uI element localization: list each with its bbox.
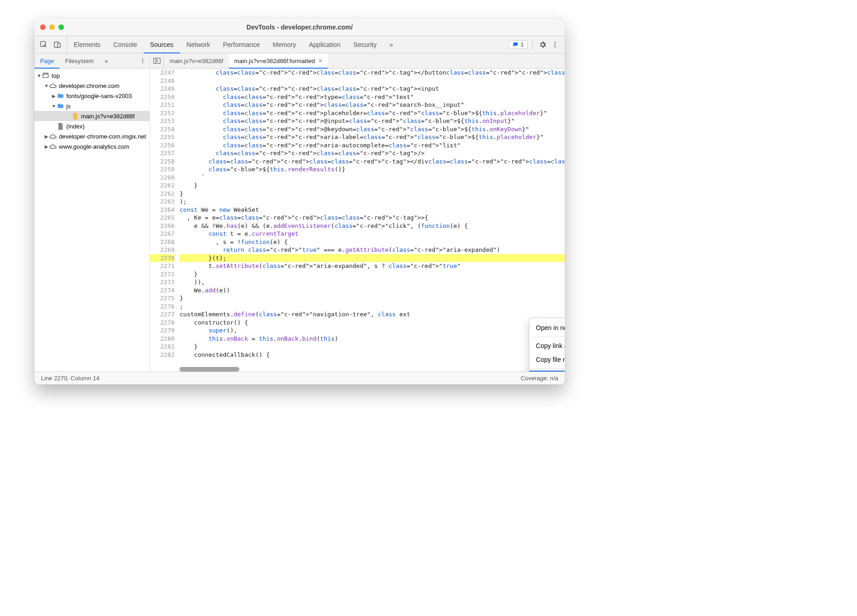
caret-right-icon[interactable]: ▶ [51,93,57,99]
tree-label: fonts/google-sans-v2003 [66,93,132,99]
caret-down-icon[interactable]: ▼ [51,104,57,109]
cloud-icon [49,143,57,150]
tree-domain-developer[interactable]: ▼ developer.chrome.com [35,81,150,91]
status-bar: Line 2270, Column 14 Coverage: n/a [35,372,565,384]
navigator-tab-filesystem[interactable]: Filesystem [59,53,99,68]
context-menu-separator [532,368,565,369]
tree-top[interactable]: ▼ top [35,70,150,81]
navigator-tree[interactable]: ▼ top ▼ developer.chrome.com ▶ fonts/goo… [35,69,150,372]
tree-domain-imgix[interactable]: ▶ developer-chrome-com.imgix.net [35,131,150,141]
source-code[interactable]: class=class="c-red">"c-red">class=class=… [180,69,565,372]
svg-point-3 [555,42,556,43]
file-tab-mainjs[interactable]: main.js?v=e382d86f [164,53,229,68]
folder-icon [57,102,64,110]
tab-console[interactable]: Console [107,36,143,53]
caret-right-icon[interactable]: ▶ [44,144,49,149]
caret-right-icon[interactable]: ▶ [44,134,49,139]
tab-overflow[interactable]: » [383,36,400,53]
svg-rect-9 [43,73,48,78]
zoom-window-button[interactable] [58,24,64,30]
line-number-gutter[interactable]: 2247224822492250225122522253225422552256… [150,69,180,372]
tree-label: js [66,103,70,110]
window-frame-icon [42,72,49,79]
caret-down-icon[interactable]: ▼ [44,83,49,88]
cloud-icon [49,82,57,89]
tab-security[interactable]: Security [347,36,383,53]
panel-body: Page Filesystem » ▼ top ▼ developer.chro… [35,53,565,372]
tab-application[interactable]: Application [302,36,347,53]
cloud-icon [49,133,57,140]
navigator-tab-page[interactable]: Page [35,53,59,68]
file-tab-strip: main.js?v=e382d86f main.js?v=e382d86f:fo… [150,53,565,69]
status-cursor-position: Line 2270, Column 14 [41,375,99,382]
navigator-tabs: Page Filesystem » [35,53,150,69]
tree-folder-fonts[interactable]: ▶ fonts/google-sans-v2003 [35,91,150,101]
settings-gear-icon[interactable] [537,39,548,50]
svg-point-5 [555,46,556,47]
tab-memory[interactable]: Memory [266,36,303,53]
svg-rect-2 [58,43,60,47]
ctx-copy-filename[interactable]: Copy file name [529,353,565,366]
folder-icon [57,92,64,99]
tree-label: www.google-analytics.com [59,143,129,150]
toggle-navigator-icon[interactable] [150,53,164,68]
tree-label: developer-chrome-com.imgix.net [59,133,146,140]
panel-tabs: Elements Console Sources Network Perform… [67,36,400,53]
inspect-element-icon[interactable] [38,39,49,50]
close-tab-icon[interactable]: × [318,57,322,64]
svg-point-8 [142,62,143,63]
caret-down-icon[interactable]: ▼ [36,73,42,78]
file-tab-mainjs-formatted[interactable]: main.js?v=e382d86f:formatted × [229,53,328,68]
svg-point-4 [555,44,556,45]
navigator-sidebar: Page Filesystem » ▼ top ▼ developer.chro… [35,53,150,372]
tree-label: developer.chrome.com [59,82,120,89]
svg-point-7 [142,60,143,61]
tree-file-mainjs[interactable]: main.js?v=e382d86f [35,111,150,121]
tab-elements[interactable]: Elements [67,36,107,53]
file-tab-label: main.js?v=e382d86f:formatted [234,58,315,64]
tree-label: main.js?v=e382d86f [81,113,135,120]
console-message-badge[interactable]: 1 [509,41,527,49]
js-file-icon [71,112,79,120]
tree-file-index[interactable]: (index) [35,121,150,131]
window-titlebar: DevTools - developer.chrome.com/ [35,18,565,36]
toolbar-right-icons: 1 [504,36,565,53]
console-message-count: 1 [521,41,524,48]
status-coverage: Coverage: n/a [521,375,558,382]
traffic-lights [40,24,64,30]
ctx-copy-link[interactable]: Copy link address [529,339,565,353]
tree-label: (index) [66,123,85,130]
more-menu-icon[interactable] [550,39,560,50]
horizontal-scrollbar-thumb[interactable] [180,367,239,372]
document-icon [57,122,64,130]
navigator-more-icon[interactable] [138,56,150,66]
devtools-window: DevTools - developer.chrome.com/ Element… [35,18,565,384]
ctx-open-new-tab[interactable]: Open in new tab [529,321,565,335]
code-area[interactable]: 2247224822492250225122522253225422552256… [150,69,565,372]
context-menu-separator [532,337,565,337]
file-tab-label: main.js?v=e382d86f [169,58,223,64]
tree-folder-js[interactable]: ▼ js [35,101,150,111]
tree-domain-ga[interactable]: ▶ www.google-analytics.com [35,141,150,151]
main-toolbar: Elements Console Sources Network Perform… [35,36,565,53]
tree-label: top [52,72,60,79]
window-title: DevTools - developer.chrome.com/ [64,23,535,31]
navigator-tab-overflow[interactable]: » [99,53,114,68]
context-menu: Open in new tab Copy link address Copy f… [529,318,565,372]
tab-performance[interactable]: Performance [216,36,266,53]
minimize-window-button[interactable] [49,24,55,30]
device-toolbar-icon[interactable] [52,39,63,50]
toolbar-left-icons [35,36,67,53]
ctx-add-ignore-list[interactable]: Add script to ignore list [529,371,565,372]
close-window-button[interactable] [40,24,46,30]
svg-point-6 [142,58,143,59]
tab-sources[interactable]: Sources [144,36,180,53]
tab-network[interactable]: Network [180,36,216,53]
code-editor-panel: main.js?v=e382d86f main.js?v=e382d86f:fo… [150,53,565,372]
